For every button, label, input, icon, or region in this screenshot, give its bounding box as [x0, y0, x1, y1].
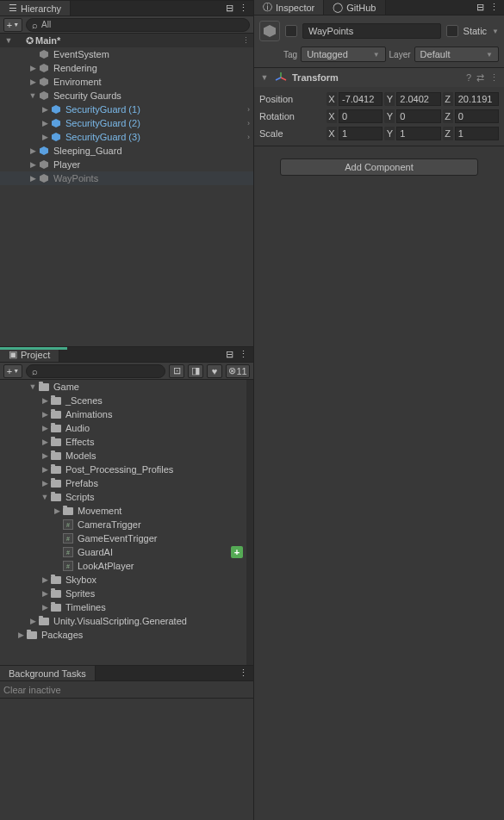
project-item[interactable]: Game	[0, 380, 246, 394]
expand-icon[interactable]	[40, 133, 50, 141]
rotation-y-field[interactable]: 0	[396, 109, 440, 123]
add-component-button[interactable]: Add Component	[280, 158, 478, 176]
create-button[interactable]: +▼	[3, 18, 22, 32]
expand-icon[interactable]	[259, 73, 270, 82]
expand-icon[interactable]	[40, 493, 50, 501]
expand-icon[interactable]	[28, 382, 38, 391]
expand-icon[interactable]	[16, 631, 26, 639]
position-z-field[interactable]: 20.1191	[455, 92, 499, 106]
hierarchy-item[interactable]: SecurityGuard (1)›	[0, 102, 253, 116]
add-icon[interactable]: +	[231, 546, 243, 558]
position-y-field[interactable]: 2.0402	[396, 92, 440, 106]
project-item[interactable]: Movement	[0, 504, 246, 518]
expand-icon[interactable]	[28, 91, 38, 100]
menu-icon[interactable]: ⋮	[239, 668, 248, 679]
lock-icon[interactable]: ⊟	[476, 2, 484, 13]
expand-icon[interactable]	[40, 105, 50, 114]
project-item[interactable]: Skybox	[0, 573, 246, 587]
menu-icon[interactable]: ⋮	[489, 72, 499, 84]
project-item[interactable]: #GuardAI+	[0, 545, 246, 559]
rotation-z-field[interactable]: 0	[455, 109, 499, 123]
object-icon[interactable]	[259, 21, 280, 41]
hierarchy-item[interactable]: Security Gaurds	[0, 89, 253, 102]
preset-icon[interactable]: ⇄	[476, 72, 484, 84]
hierarchy-item[interactable]: SecurityGuard (3)›	[0, 130, 253, 144]
expand-icon[interactable]	[40, 575, 50, 584]
project-item[interactable]: _Scenes	[0, 394, 246, 407]
project-item[interactable]: Timelines	[0, 600, 246, 614]
expand-icon[interactable]	[40, 603, 50, 612]
project-item[interactable]: Audio	[0, 421, 246, 435]
expand-icon[interactable]	[52, 506, 62, 515]
github-tab[interactable]: ◯ GitHub	[324, 0, 385, 15]
expand-icon[interactable]	[40, 589, 50, 598]
tasks-tab[interactable]: Background Tasks	[0, 666, 96, 680]
search-by-label-button[interactable]: ◨	[188, 364, 203, 378]
project-item[interactable]: #LookAtPlayer	[0, 559, 246, 573]
search-by-type-button[interactable]: ⊡	[169, 364, 184, 378]
expand-icon[interactable]	[40, 410, 50, 419]
expand-icon[interactable]	[40, 465, 50, 474]
project-item[interactable]: Post_Processing_Profiles	[0, 463, 246, 476]
expand-icon[interactable]	[40, 119, 50, 127]
lock-icon[interactable]: ⊟	[226, 349, 233, 360]
scale-y-field[interactable]: 1	[396, 127, 440, 140]
menu-icon[interactable]: ⋮	[489, 2, 499, 13]
hidden-count-button[interactable]: ⊗11	[226, 364, 250, 378]
rotation-x-field[interactable]: 0	[339, 109, 383, 123]
expand-icon[interactable]	[28, 146, 38, 155]
expand-icon[interactable]	[28, 78, 38, 86]
hierarchy-item[interactable]: EventSystem	[0, 47, 253, 61]
help-icon[interactable]: ?	[466, 72, 471, 83]
tag-dropdown[interactable]: Untagged ▼	[301, 47, 385, 62]
menu-icon[interactable]: ⋮	[239, 3, 248, 14]
scrollbar[interactable]	[246, 380, 253, 665]
create-button[interactable]: +▼	[3, 364, 22, 378]
expand-icon[interactable]	[40, 424, 50, 432]
expand-icon[interactable]	[40, 479, 50, 488]
clear-inactive-button[interactable]: Clear inactive	[3, 685, 61, 695]
inspector-tab[interactable]: ⓘ Inspector	[254, 0, 324, 15]
project-item[interactable]: #CameraTrigger	[0, 518, 246, 531]
project-item[interactable]: Models	[0, 449, 246, 463]
expand-icon[interactable]	[28, 160, 38, 169]
project-item[interactable]: #GameEventTrigger	[0, 531, 246, 545]
expand-icon[interactable]	[40, 451, 50, 460]
hierarchy-item[interactable]: Enviroment	[0, 75, 253, 89]
hierarchy-search[interactable]: ⌕ All	[26, 18, 250, 32]
project-item[interactable]: Scripts	[0, 490, 246, 504]
hierarchy-tab[interactable]: ☰ Hierarchy	[0, 1, 71, 16]
lock-icon[interactable]: ⊟	[226, 3, 233, 14]
hierarchy-item[interactable]: Sleeping_Guard	[0, 144, 253, 158]
expand-icon[interactable]	[3, 36, 14, 45]
hierarchy-item[interactable]: WayPoints	[0, 171, 253, 185]
project-item[interactable]: Sprites	[0, 587, 246, 600]
scene-menu-icon[interactable]: ⋮	[242, 36, 250, 45]
save-search-button[interactable]: ♥	[207, 364, 222, 378]
hierarchy-item[interactable]: Player	[0, 158, 253, 171]
scene-row[interactable]: ✪ Main* ⋮	[0, 34, 253, 47]
project-item[interactable]: Animations	[0, 407, 246, 421]
project-item[interactable]: Unity.VisualScripting.Generated	[0, 614, 246, 628]
expand-icon[interactable]	[40, 396, 50, 405]
object-name-field[interactable]: WayPoints	[302, 23, 441, 39]
layer-dropdown[interactable]: Default ▼	[414, 47, 499, 62]
transform-header[interactable]: Transform ? ⇄ ⋮	[254, 68, 504, 87]
project-item[interactable]: Packages	[0, 628, 246, 642]
scale-z-field[interactable]: 1	[455, 127, 499, 140]
hierarchy-item[interactable]: SecurityGuard (2)›	[0, 116, 253, 130]
menu-icon[interactable]: ⋮	[239, 349, 248, 360]
project-item[interactable]: Effects	[0, 435, 246, 449]
expand-icon[interactable]	[40, 438, 50, 446]
project-item[interactable]: Prefabs	[0, 476, 246, 490]
expand-icon[interactable]	[28, 617, 38, 625]
expand-icon[interactable]	[28, 174, 38, 183]
position-x-field[interactable]: -7.0412	[339, 92, 383, 106]
expand-icon[interactable]	[28, 64, 38, 72]
hierarchy-item[interactable]: Rendering	[0, 61, 253, 75]
scale-x-field[interactable]: 1	[339, 127, 383, 140]
static-checkbox[interactable]	[446, 25, 458, 37]
static-dropdown-icon[interactable]: ▼	[492, 28, 499, 35]
project-search[interactable]: ⌕	[26, 364, 165, 378]
active-checkbox[interactable]	[285, 25, 297, 37]
